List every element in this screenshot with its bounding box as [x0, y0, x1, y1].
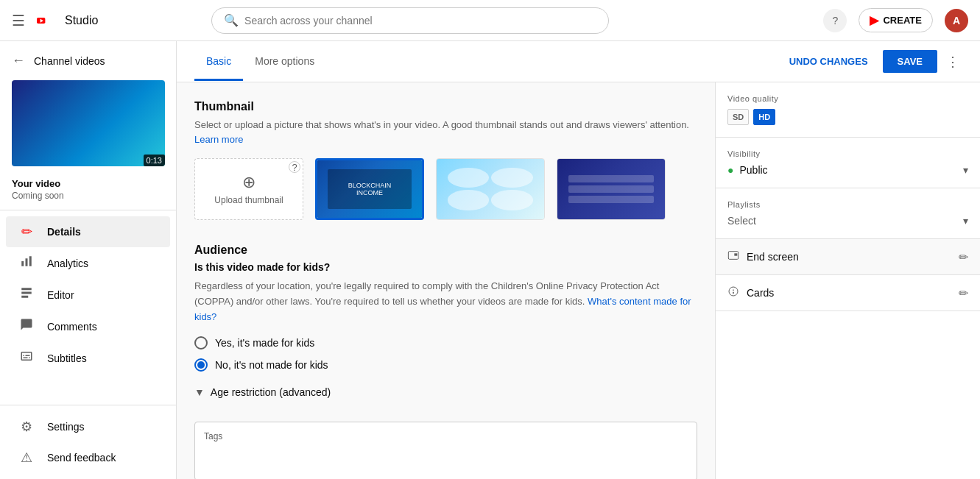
tab-bar: Basic More options UNDO CHANGES SAVE ⋮	[177, 41, 980, 82]
sidebar-feedback-label: Send feedback	[47, 452, 116, 464]
learn-more-link[interactable]: Learn more	[194, 134, 243, 145]
tab-more-options[interactable]: More options	[243, 43, 326, 81]
radio-no-inner	[197, 361, 205, 369]
playlists-section[interactable]: Playlists Select ▾	[716, 188, 980, 239]
send-feedback-icon: ⚠	[18, 450, 35, 466]
studio-logo-text: Studio	[65, 14, 98, 27]
thumbnail-section: Thumbnail Select or upload a picture tha…	[194, 100, 697, 220]
audience-description: Regardless of your location, you're lega…	[194, 279, 697, 324]
save-button[interactable]: SAVE	[883, 50, 937, 73]
top-navigation: ☰ Studio 🔍 ? ▶ CREATE A	[0, 0, 980, 41]
video-thumbnail-wrap: 0:13	[0, 74, 176, 172]
search-input[interactable]	[244, 15, 596, 26]
sidebar-bottom: ⚙ Settings ⚠ Send feedback	[0, 405, 176, 479]
cards-icon	[727, 285, 739, 300]
cards-label: Cards	[747, 287, 774, 299]
end-screen-edit-icon: ✏	[959, 250, 968, 264]
cards-left: Cards	[727, 285, 774, 300]
visibility-value: Public	[739, 164, 957, 176]
sidebar-comments-label: Comments	[47, 321, 97, 333]
coming-soon-label: Coming soon	[12, 191, 164, 201]
svg-point-9	[733, 292, 733, 293]
radio-option-no[interactable]: No, it's not made for kids	[194, 358, 697, 372]
tags-section: Tags	[194, 422, 697, 479]
analytics-icon	[18, 255, 35, 272]
comments-icon	[18, 318, 35, 335]
sidebar-settings-label: Settings	[47, 421, 85, 433]
sidebar-item-settings[interactable]: ⚙ Settings	[6, 411, 170, 442]
channel-videos-label: Channel videos	[34, 55, 105, 67]
form-area: Thumbnail Select or upload a picture tha…	[177, 82, 715, 479]
hd-quality-button[interactable]: HD	[753, 109, 775, 125]
sidebar: ← Channel videos 0:13 Your video Coming …	[0, 41, 177, 479]
audience-title: Audience	[194, 244, 697, 257]
svg-rect-6	[734, 253, 737, 255]
subtitles-icon	[18, 350, 35, 366]
search-bar[interactable]: 🔍	[211, 7, 609, 34]
undo-changes-button[interactable]: UNDO CHANGES	[780, 50, 877, 73]
right-panel: Video quality SD HD Visibility ● Public …	[715, 82, 980, 479]
svg-rect-2	[21, 261, 24, 266]
nav-right: ? ▶ CREATE A	[823, 8, 967, 32]
create-button[interactable]: ▶ CREATE	[859, 8, 932, 32]
cards-section[interactable]: Cards ✏	[716, 275, 980, 311]
sidebar-back-button[interactable]: ← Channel videos	[0, 41, 176, 74]
tags-label: Tags	[204, 431, 688, 441]
create-label: CREATE	[883, 15, 921, 26]
help-button[interactable]: ?	[823, 9, 847, 32]
sidebar-item-analytics[interactable]: Analytics	[6, 247, 170, 279]
video-thumbnail: 0:13	[12, 80, 165, 166]
audience-question: Is this video made for kids?	[194, 261, 697, 273]
radio-no-circle	[194, 358, 208, 372]
sidebar-editor-label: Editor	[47, 289, 74, 301]
editor-icon	[18, 286, 35, 303]
cards-edit-icon: ✏	[959, 286, 968, 300]
app-layout: ← Channel videos 0:13 Your video Coming …	[0, 41, 980, 479]
sidebar-item-editor[interactable]: Editor	[6, 279, 170, 311]
upload-thumbnail-button[interactable]: ⊕ Upload thumbnail	[194, 158, 303, 220]
settings-icon: ⚙	[18, 419, 35, 435]
sidebar-analytics-label: Analytics	[47, 258, 88, 269]
visibility-row: ● Public ▾	[727, 164, 968, 176]
thumbnail-description: Select or upload a picture that shows wh…	[194, 118, 697, 146]
thumbnail-option-1[interactable]: BLOCKCHAININCOME	[315, 158, 424, 220]
sidebar-item-comments[interactable]: Comments	[6, 311, 170, 342]
thumbnail-option-3[interactable]	[557, 158, 666, 220]
upload-icon: ⊕	[242, 173, 255, 192]
age-chevron-icon: ▼	[194, 386, 205, 398]
search-icon: 🔍	[224, 13, 239, 27]
end-screen-section[interactable]: End screen ✏	[716, 239, 980, 275]
thumbnail-options: ⊕ Upload thumbnail ? BLOCKCHAININCOME	[194, 158, 697, 220]
tab-basic[interactable]: Basic	[194, 43, 243, 81]
age-restriction-section[interactable]: ▼ Age restriction (advanced)	[194, 380, 697, 404]
video-duration: 0:13	[144, 155, 165, 166]
thumbnail-preview-1-bg: BLOCKCHAININCOME	[317, 160, 422, 218]
visibility-public-icon: ●	[727, 164, 733, 176]
sidebar-item-subtitles[interactable]: Subtitles	[6, 342, 170, 374]
youtube-logo-icon	[37, 13, 60, 29]
radio-option-yes[interactable]: Yes, it's made for kids	[194, 336, 697, 350]
svg-rect-3	[26, 258, 28, 266]
thumbnail-title: Thumbnail	[194, 100, 697, 113]
hamburger-menu-icon[interactable]: ☰	[12, 12, 25, 29]
sidebar-item-details[interactable]: ✏ Details	[6, 216, 170, 247]
visibility-section[interactable]: Visibility ● Public ▾	[716, 138, 980, 188]
more-tab-options-icon[interactable]: ⋮	[943, 51, 962, 73]
avatar[interactable]: A	[945, 9, 968, 32]
radio-no-label: No, it's not made for kids	[215, 359, 328, 371]
thumbnail-preview-2-bg	[437, 159, 544, 219]
thumbnail-help-icon: ?	[289, 161, 300, 173]
age-restriction-label: Age restriction (advanced)	[211, 386, 331, 398]
back-arrow-icon: ←	[12, 53, 25, 68]
visibility-label: Visibility	[727, 149, 968, 158]
thumbnail-option-2[interactable]	[436, 158, 545, 220]
radio-yes-circle	[194, 336, 208, 350]
end-screen-label: End screen	[747, 251, 799, 263]
sidebar-item-send-feedback[interactable]: ⚠ Send feedback	[6, 442, 170, 473]
end-screen-left: End screen	[727, 249, 799, 264]
visibility-dropdown-icon: ▾	[963, 164, 968, 176]
logo-area: Studio	[37, 13, 98, 29]
tags-box: Tags	[194, 422, 697, 479]
sd-quality-button[interactable]: SD	[727, 109, 749, 125]
video-info: Your video Coming soon	[0, 172, 176, 204]
